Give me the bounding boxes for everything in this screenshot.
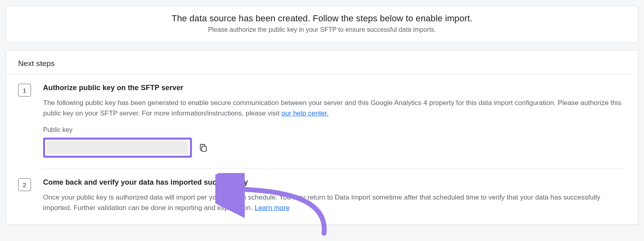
step-1-body: Authorize public key on the SFTP server … [43, 84, 626, 169]
banner-subtitle: Please authorize the public key in your … [14, 26, 630, 33]
step-1: 1 Authorize public key on the SFTP serve… [6, 74, 638, 169]
learn-more-link[interactable]: Learn more [254, 204, 289, 212]
step-2-body: Come back and verify your data has impor… [43, 178, 626, 213]
public-key-label: Public key [43, 126, 626, 134]
public-key-row [43, 138, 626, 158]
copy-public-key-button[interactable] [198, 142, 209, 153]
public-key-field[interactable] [47, 141, 188, 154]
copy-icon [199, 143, 208, 152]
next-steps-header: Next steps [6, 50, 638, 74]
step-1-description: The following public key has been genera… [43, 98, 626, 118]
step-1-title: Authorize public key on the SFTP server [43, 84, 626, 92]
step-2: 2 Come back and verify your data has imp… [6, 169, 638, 224]
next-steps-card: Next steps 1 Authorize public key on the… [6, 50, 638, 225]
step-2-description: Once your public key is authorized data … [43, 192, 626, 213]
svg-rect-0 [202, 146, 206, 151]
step-number-badge: 2 [18, 178, 31, 191]
divider [43, 168, 626, 169]
help-center-link[interactable]: our help center. [281, 109, 328, 117]
step-number-badge: 1 [18, 84, 31, 97]
next-steps-title: Next steps [18, 59, 626, 68]
step-2-title: Come back and verify your data has impor… [43, 178, 626, 187]
creation-banner: The data source has been created. Follow… [6, 6, 638, 43]
banner-title: The data source has been created. Follow… [14, 13, 630, 24]
step-2-desc-text: Once your public key is authorized data … [43, 194, 600, 212]
public-key-highlight-box [43, 138, 192, 158]
step-1-desc-text: The following public key has been genera… [43, 99, 621, 117]
